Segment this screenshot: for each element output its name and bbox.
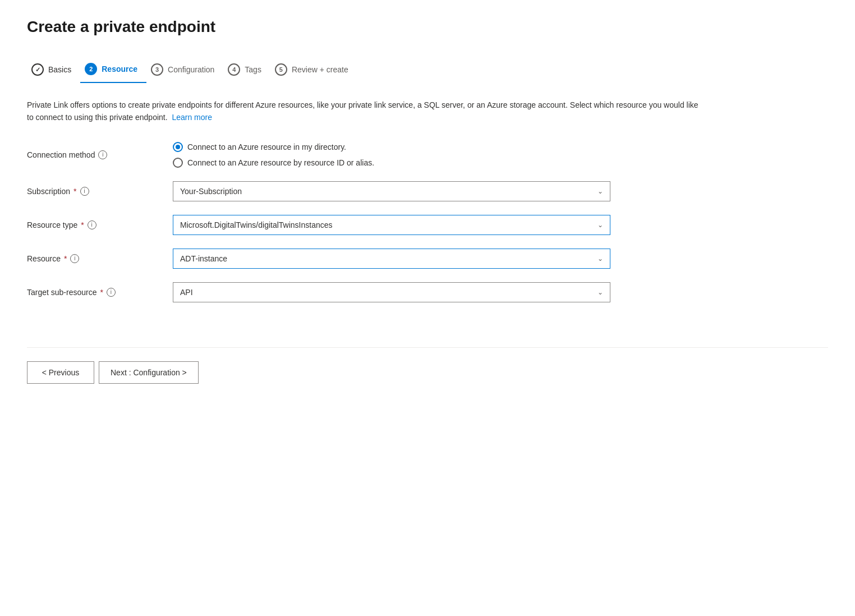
resource-type-row: Resource type * i Microsoft.DigitalTwins…: [27, 215, 700, 235]
radio-directory-dot: [176, 145, 180, 149]
target-sub-resource-label: Target sub-resource * i: [27, 288, 173, 297]
page-title: Create a private endpoint: [27, 18, 828, 36]
tab-tags[interactable]: 4 Tags: [223, 59, 270, 82]
tab-review-create-circle: 5: [275, 63, 287, 76]
resource-type-value: Microsoft.DigitalTwins/digitalTwinsInsta…: [180, 220, 333, 229]
tab-tags-circle: 4: [228, 63, 240, 76]
next-button[interactable]: Next : Configuration >: [99, 361, 199, 384]
connection-method-control: Connect to an Azure resource in my direc…: [173, 142, 610, 168]
target-sub-resource-info-icon[interactable]: i: [107, 288, 116, 297]
resource-type-required: *: [81, 220, 84, 229]
resource-required: *: [64, 254, 67, 263]
page-container: Create a private endpoint ✓ Basics 2 Res…: [0, 0, 855, 402]
subscription-chevron-icon: ⌄: [597, 187, 603, 195]
form-section: Connection method i Connect to an Azure …: [27, 142, 700, 302]
radio-resource-id-label: Connect to an Azure resource by resource…: [187, 158, 374, 167]
tab-tags-label: Tags: [245, 65, 261, 74]
learn-more-link[interactable]: Learn more: [172, 113, 212, 122]
radio-directory-label: Connect to an Azure resource in my direc…: [187, 142, 346, 151]
tab-basics[interactable]: ✓ Basics: [27, 59, 80, 82]
resource-chevron-icon: ⌄: [597, 255, 603, 263]
resource-control: ADT-instance ⌄: [173, 249, 610, 269]
resource-type-label: Resource type * i: [27, 220, 173, 229]
resource-type-info-icon[interactable]: i: [88, 220, 96, 229]
tab-resource-label: Resource: [102, 65, 137, 73]
target-sub-resource-value: API: [180, 288, 193, 297]
resource-type-chevron-icon: ⌄: [597, 221, 603, 229]
connection-method-row: Connection method i Connect to an Azure …: [27, 142, 700, 168]
subscription-value: Your-Subscription: [180, 187, 242, 196]
tab-basics-label: Basics: [48, 65, 71, 74]
description-text: Private Link offers options to create pr…: [27, 99, 700, 124]
target-sub-resource-required: *: [100, 288, 103, 297]
target-sub-resource-chevron-icon: ⌄: [597, 288, 603, 296]
subscription-dropdown[interactable]: Your-Subscription ⌄: [173, 181, 610, 201]
tab-resource[interactable]: 2 Resource: [80, 58, 146, 83]
connection-method-info-icon[interactable]: i: [98, 150, 107, 159]
subscription-label: Subscription * i: [27, 187, 173, 196]
resource-dropdown[interactable]: ADT-instance ⌄: [173, 249, 610, 269]
target-sub-resource-dropdown[interactable]: API ⌄: [173, 282, 610, 302]
radio-option-directory[interactable]: Connect to an Azure resource in my direc…: [173, 142, 610, 152]
resource-type-control: Microsoft.DigitalTwins/digitalTwinsInsta…: [173, 215, 610, 235]
tab-configuration-label: Configuration: [168, 65, 214, 74]
radio-option-resource-id[interactable]: Connect to an Azure resource by resource…: [173, 158, 610, 168]
target-sub-resource-control: API ⌄: [173, 282, 610, 302]
radio-directory-input[interactable]: [173, 142, 183, 152]
connection-method-label: Connection method i: [27, 150, 173, 159]
resource-info-icon[interactable]: i: [70, 254, 79, 263]
connection-method-radio-group: Connect to an Azure resource in my direc…: [173, 142, 610, 168]
radio-resource-id-input[interactable]: [173, 158, 183, 168]
subscription-info-icon[interactable]: i: [80, 187, 89, 196]
tab-resource-circle: 2: [85, 63, 97, 75]
subscription-required: *: [73, 187, 76, 196]
previous-button[interactable]: < Previous: [27, 361, 94, 384]
wizard-tabs: ✓ Basics 2 Resource 3 Configuration 4 Ta…: [27, 58, 828, 83]
resource-row: Resource * i ADT-instance ⌄: [27, 249, 700, 269]
tab-review-create-label: Review + create: [292, 65, 348, 74]
resource-value: ADT-instance: [180, 254, 227, 263]
resource-type-dropdown[interactable]: Microsoft.DigitalTwins/digitalTwinsInsta…: [173, 215, 610, 235]
subscription-row: Subscription * i Your-Subscription ⌄: [27, 181, 700, 201]
subscription-control: Your-Subscription ⌄: [173, 181, 610, 201]
resource-label: Resource * i: [27, 254, 173, 263]
tab-configuration[interactable]: 3 Configuration: [146, 59, 223, 82]
footer-buttons: < Previous Next : Configuration >: [27, 348, 828, 402]
tab-basics-circle: ✓: [31, 63, 44, 76]
tab-configuration-circle: 3: [151, 63, 163, 76]
target-sub-resource-row: Target sub-resource * i API ⌄: [27, 282, 700, 302]
tab-review-create[interactable]: 5 Review + create: [270, 59, 357, 82]
